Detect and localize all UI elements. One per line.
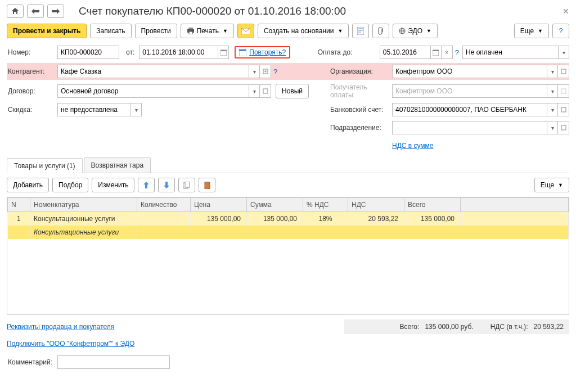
arrow-right-icon bbox=[52, 8, 60, 14]
edo-button[interactable]: ЭДО▼ bbox=[393, 24, 438, 38]
dropdown-button[interactable]: ▾ bbox=[249, 65, 260, 78]
organization-input[interactable] bbox=[392, 65, 547, 78]
svg-rect-20 bbox=[561, 89, 566, 93]
dropdown-button: ▾ bbox=[547, 84, 558, 98]
new-contract-button[interactable]: Новый bbox=[276, 84, 309, 98]
discount-label: Скидка: bbox=[7, 106, 57, 114]
totals-bar: Всего: 135 000,00 руб. НДС (в т.ч.): 20 … bbox=[344, 319, 569, 334]
add-row-button[interactable]: Добавить bbox=[7, 178, 49, 192]
move-down-button[interactable] bbox=[158, 178, 175, 192]
home-button[interactable] bbox=[7, 4, 24, 18]
status-select[interactable] bbox=[462, 46, 558, 59]
department-input[interactable] bbox=[392, 121, 547, 134]
discount-select[interactable] bbox=[57, 103, 130, 116]
calendar-button[interactable] bbox=[430, 46, 442, 59]
pick-button[interactable]: Подбор bbox=[52, 178, 88, 192]
open-icon bbox=[561, 69, 566, 74]
arrow-up-icon bbox=[143, 182, 149, 188]
paste-button[interactable] bbox=[199, 178, 215, 192]
svg-rect-19 bbox=[263, 89, 268, 93]
help-link[interactable]: ? bbox=[455, 48, 459, 57]
arrow-down-icon bbox=[164, 182, 169, 188]
change-button[interactable]: Изменить bbox=[92, 178, 134, 192]
comment-input[interactable] bbox=[57, 355, 170, 369]
vat-mode-link[interactable]: НДС в сумме bbox=[392, 142, 569, 150]
tab-more-button[interactable]: Еще▼ bbox=[534, 178, 569, 192]
counterparty-input[interactable] bbox=[57, 65, 249, 78]
contract-input[interactable] bbox=[57, 84, 249, 98]
forward-button[interactable] bbox=[47, 4, 64, 18]
help-link[interactable]: ? bbox=[273, 67, 277, 76]
open-icon bbox=[561, 88, 566, 94]
repeat-link[interactable]: Повторять? bbox=[249, 48, 286, 56]
dropdown-button[interactable]: ▾ bbox=[547, 121, 558, 134]
payment-due-label: Оплата до: bbox=[318, 48, 380, 56]
dropdown-button[interactable]: ▾ bbox=[547, 103, 558, 116]
paperclip-icon bbox=[378, 27, 384, 35]
dropdown-button[interactable]: ▾ bbox=[547, 65, 558, 78]
clear-button[interactable]: × bbox=[442, 46, 453, 59]
contract-label: Договор: bbox=[7, 87, 57, 95]
copy-icon bbox=[183, 182, 190, 189]
post-and-close-button[interactable]: Провести и закрыть bbox=[7, 24, 87, 38]
help-button[interactable]: ? bbox=[552, 24, 569, 38]
svg-rect-26 bbox=[206, 182, 209, 183]
organization-label: Организация: bbox=[330, 67, 392, 75]
back-button[interactable] bbox=[27, 4, 44, 18]
create-based-on-button[interactable]: Создать на основании▼ bbox=[258, 24, 349, 38]
tab-returnable[interactable]: Возвратная тара bbox=[84, 157, 151, 173]
col-vat-pct: % НДС bbox=[303, 198, 348, 212]
payee-input bbox=[392, 84, 547, 98]
payment-due-input[interactable] bbox=[380, 46, 430, 59]
col-item: Номенклатура bbox=[30, 198, 137, 212]
calendar-button[interactable] bbox=[218, 46, 229, 59]
bank-account-input[interactable] bbox=[392, 103, 547, 116]
copy-button[interactable] bbox=[178, 178, 195, 192]
svg-rect-14 bbox=[239, 49, 246, 51]
svg-rect-2 bbox=[189, 31, 192, 34]
payee-label: Получатель оплаты: bbox=[330, 83, 392, 99]
col-n: N bbox=[8, 198, 30, 212]
question-icon: ? bbox=[559, 27, 563, 35]
report-button[interactable] bbox=[352, 24, 369, 38]
open-button[interactable] bbox=[558, 65, 569, 78]
svg-rect-22 bbox=[561, 125, 566, 130]
dropdown-button[interactable]: ▾ bbox=[558, 46, 569, 59]
svg-rect-0 bbox=[188, 28, 193, 29]
svg-rect-12 bbox=[220, 50, 227, 51]
dropdown-button[interactable]: ▾ bbox=[249, 84, 260, 98]
date-input[interactable] bbox=[139, 46, 218, 59]
email-button[interactable] bbox=[237, 24, 254, 38]
svg-rect-21 bbox=[561, 107, 566, 112]
requisites-link[interactable]: Реквизиты продавца и покупателя bbox=[7, 323, 114, 331]
open-button[interactable] bbox=[260, 65, 271, 78]
calendar-icon bbox=[239, 49, 246, 56]
tab-goods[interactable]: Товары и услуги (1) bbox=[7, 158, 83, 173]
attach-button[interactable] bbox=[372, 24, 389, 38]
write-button[interactable]: Записать bbox=[90, 24, 131, 38]
number-input[interactable] bbox=[57, 46, 119, 59]
home-icon bbox=[11, 7, 19, 15]
svg-rect-16 bbox=[433, 50, 439, 51]
globe-icon bbox=[399, 28, 406, 34]
connect-edo-link[interactable]: Подключить "ООО "Конфетпром"" к ЭДО bbox=[7, 340, 134, 348]
dropdown-button[interactable]: ▾ bbox=[130, 103, 142, 116]
page-title: Счет покупателю КП00-000020 от 01.10.201… bbox=[79, 5, 346, 17]
open-button[interactable] bbox=[260, 84, 271, 98]
table-row-sub[interactable]: Консультационные услуги bbox=[8, 226, 569, 239]
move-up-button[interactable] bbox=[138, 178, 155, 192]
close-button[interactable]: ✕ bbox=[562, 7, 569, 16]
table-row[interactable]: 1 Консультационные услуги 135 000,00 135… bbox=[8, 212, 569, 226]
post-button[interactable]: Провести bbox=[135, 24, 177, 38]
caret-down-icon: ▼ bbox=[223, 28, 228, 34]
report-icon bbox=[357, 27, 364, 35]
department-label: Подразделение: bbox=[330, 124, 392, 132]
print-button[interactable]: Печать▼ bbox=[181, 24, 234, 38]
items-table: N Номенклатура Количество Цена Сумма % Н… bbox=[7, 197, 569, 239]
open-icon bbox=[263, 88, 268, 94]
col-price: Цена bbox=[191, 198, 247, 212]
open-button[interactable] bbox=[558, 103, 569, 116]
open-button bbox=[558, 84, 569, 98]
more-button[interactable]: Еще▼ bbox=[514, 24, 549, 38]
open-button[interactable] bbox=[558, 121, 569, 134]
